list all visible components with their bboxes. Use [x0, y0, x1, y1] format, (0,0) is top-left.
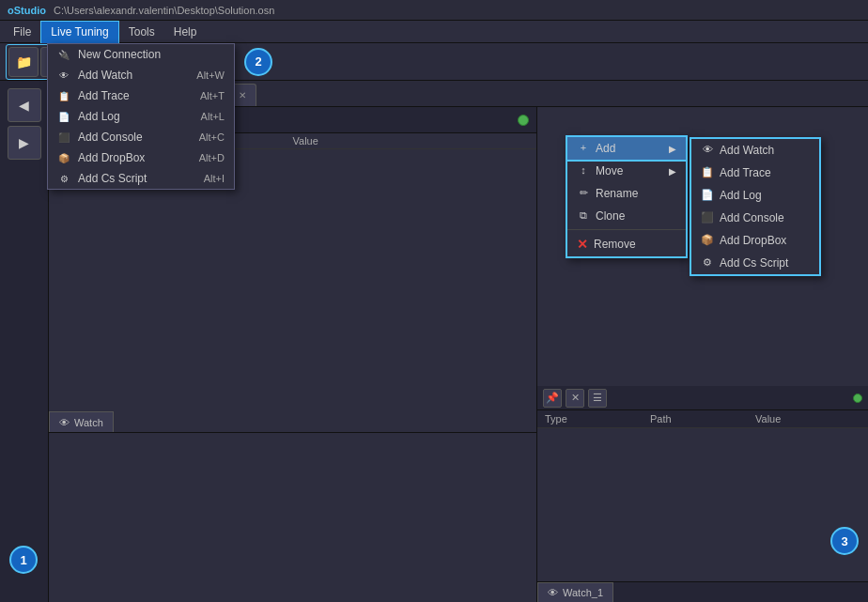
right-status-dot — [853, 394, 862, 403]
col-value: Value — [293, 135, 530, 147]
eye-icon: 👁 — [57, 69, 70, 82]
badge-1: 1 — [9, 546, 38, 574]
tab-configuration-close[interactable]: ✕ — [239, 90, 246, 100]
submenu-trace-icon: 📋 — [701, 166, 714, 179]
submenu-add-cs-script[interactable]: ⚙ Add Cs Script — [691, 252, 819, 274]
context-clone-label: Clone — [596, 209, 625, 223]
menu-help[interactable]: Help — [164, 21, 207, 43]
context-rename[interactable]: ✏ Rename — [567, 182, 686, 205]
dropdown-add-log[interactable]: 📄 Add Log Alt+L — [48, 106, 234, 127]
rtable-type-col: Type — [545, 413, 650, 424]
log-icon: 📄 — [57, 110, 70, 123]
dropbox-icon: 📦 — [57, 151, 70, 164]
add-submenu: 👁 Add Watch 📋 Add Trace 📄 Add Log — [690, 137, 821, 276]
badge-2: 2 — [244, 48, 272, 76]
menu-bar: File Live Tuning Tools Help 🔌 New Connec… — [0, 21, 868, 43]
submenu-dropbox-icon: 📦 — [701, 234, 714, 247]
sidebar-btn-2[interactable]: ▶ — [8, 126, 41, 160]
watch-tab-label: Watch — [74, 417, 103, 428]
remove-x-icon: ✕ — [577, 237, 588, 252]
context-rename-label: Rename — [596, 187, 638, 200]
submenu-add-watch-label: Add Watch — [720, 144, 774, 157]
context-clone[interactable]: ⧉ Clone — [567, 205, 686, 227]
submenu-add-dropbox[interactable]: 📦 Add DropBox — [691, 229, 819, 252]
rtable-path-col: Path — [650, 413, 755, 424]
bottom-left-panel — [49, 433, 536, 602]
add-icon: + — [577, 142, 590, 155]
app-path: C:\Users\alexandr.valentin\Desktop\Solut… — [54, 5, 274, 16]
submenu-add-dropbox-label: Add DropBox — [720, 234, 786, 247]
submenu-add-log[interactable]: 📄 Add Log — [691, 184, 819, 207]
watch-1-tab[interactable]: 👁 Watch_1 — [537, 582, 613, 603]
context-move[interactable]: ↕ Move ▶ — [567, 160, 686, 182]
submenu-add-trace[interactable]: 📋 Add Trace — [691, 162, 819, 184]
submenu-watch-icon: 👁 — [701, 144, 714, 157]
context-separator — [567, 229, 686, 230]
dropdown-add-watch[interactable]: 👁 Add Watch Alt+W — [48, 65, 234, 85]
app-logo: oStudio — [8, 5, 46, 16]
right-pin-btn[interactable]: 📌 — [543, 389, 562, 408]
dropdown-add-console[interactable]: ⬛ Add Console Alt+C — [48, 127, 234, 147]
right-bottom-area: 📌 ✕ ☰ Type Path Value 👁 Watch — [537, 386, 868, 602]
right-bottom-toolbar: 📌 ✕ ☰ — [537, 386, 868, 410]
plug-icon: 🔌 — [57, 48, 70, 61]
right-bottom-tab: 👁 Watch_1 — [537, 581, 868, 602]
submenu-log-icon: 📄 — [701, 189, 714, 202]
dropdown-add-trace[interactable]: 📋 Add Trace Alt+T — [48, 85, 234, 106]
title-bar: oStudio C:\Users\alexandr.valentin\Deskt… — [0, 0, 868, 21]
dropdown-add-dropbox[interactable]: 📦 Add DropBox Alt+D — [48, 147, 234, 168]
left-sidebar: ◀ ▶ 1 — [0, 81, 49, 602]
submenu-add-watch[interactable]: 👁 Add Watch — [691, 139, 819, 162]
submenu-add-cs-script-label: Add Cs Script — [720, 256, 788, 270]
context-menu: + Add ▶ 👁 Add Watch 📋 Add Trace — [566, 135, 688, 258]
sidebar-btn-1[interactable]: ◀ — [8, 88, 41, 122]
console-icon: ⬛ — [57, 131, 70, 144]
menu-live-tuning[interactable]: Live Tuning — [40, 21, 118, 43]
right-table-header: Type Path Value — [537, 410, 868, 428]
status-green-dot — [518, 115, 529, 126]
right-close-btn[interactable]: ✕ — [566, 389, 584, 408]
menu-tools[interactable]: Tools — [119, 21, 164, 43]
move-icon: ↕ — [577, 164, 590, 178]
context-remove[interactable]: ✕ Remove — [567, 232, 686, 256]
submenu-add-console[interactable]: ⬛ Add Console — [691, 207, 819, 229]
watch-icon: 👁 — [59, 417, 70, 428]
submenu-add-console-label: Add Console — [720, 211, 784, 224]
dropdown-add-cs-script[interactable]: ⚙ Add Cs Script Alt+I — [48, 168, 234, 189]
context-add-label: Add — [596, 142, 615, 155]
context-remove-label: Remove — [594, 238, 636, 251]
watch-1-icon: 👁 — [548, 587, 558, 598]
rtable-value-col: Value — [755, 413, 860, 424]
context-move-label: Move — [596, 164, 623, 178]
trace-icon: 📋 — [57, 89, 70, 102]
menu-file[interactable]: File — [4, 21, 40, 43]
clone-icon: ⧉ — [577, 209, 590, 223]
right-list-btn[interactable]: ☰ — [588, 389, 607, 408]
submenu-script-icon: ⚙ — [701, 256, 714, 270]
move-arrow-icon: ▶ — [669, 166, 676, 177]
script-icon: ⚙ — [57, 172, 70, 185]
right-panel: + Add ▶ 👁 Add Watch 📋 Add Trace — [537, 107, 868, 602]
context-add[interactable]: + Add ▶ 👁 Add Watch 📋 Add Trace — [566, 135, 688, 162]
watch-1-label: Watch_1 — [563, 587, 603, 598]
submenu-console-icon: ⬛ — [701, 211, 714, 224]
rename-icon: ✏ — [577, 187, 590, 200]
submenu-add-log-label: Add Log — [720, 189, 762, 202]
watch-panel-tab[interactable]: 👁 Watch — [49, 411, 114, 432]
add-arrow-icon: ▶ — [669, 144, 676, 154]
dropdown-new-connection[interactable]: 🔌 New Connection — [48, 44, 234, 65]
submenu-add-trace-label: Add Trace — [720, 166, 771, 179]
toolbar-folder-btn[interactable]: 📁 — [8, 47, 39, 77]
badge-3: 3 — [830, 527, 859, 555]
right-content-area — [537, 428, 868, 581]
live-tuning-dropdown: 🔌 New Connection 👁 Add Watch Alt+W 📋 Add… — [47, 43, 235, 190]
